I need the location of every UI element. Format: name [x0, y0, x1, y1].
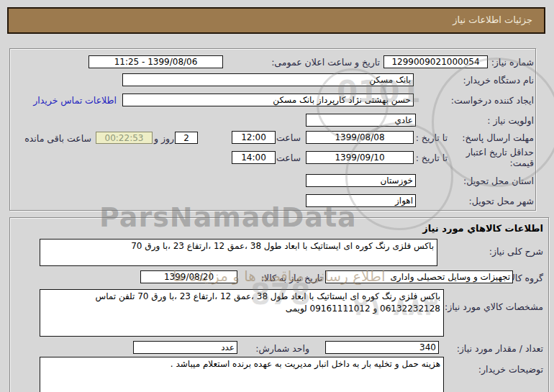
countdown-field: 00:22:53: [96, 132, 153, 144]
until-date-label-1: تا تاریخ :: [416, 132, 448, 143]
request-creator-field[interactable]: حسن بهشتی نژاد کارپرداز بانک مسکن: [122, 94, 414, 106]
hour-label-1: ساعت: [276, 132, 301, 143]
quantity-label: تعداد / مقدار مورد نیاز:: [457, 343, 543, 354]
need-number-label: شماره نیاز:: [491, 57, 534, 68]
goods-group-field[interactable]: تجهیزات و وسایل تحصیلی واداری: [325, 270, 513, 283]
hours-remaining-label: ساعت باقی مانده: [24, 133, 91, 144]
page-title: جزئیات اطلاعات نیاز: [453, 14, 532, 25]
price-validity-label-line2: قیمت:: [510, 158, 534, 168]
delivery-city-field[interactable]: اهواز: [306, 194, 416, 207]
response-deadline-label: مهلت ارسال پاسخ:: [462, 132, 534, 143]
buyer-notes-textarea[interactable]: هزینه حمل و تخلیه بار به داخل انبار مدیر…: [40, 357, 444, 392]
buyer-contact-link[interactable]: اطلاعات تماس خریدار: [33, 95, 117, 106]
price-validity-label-line1: حداقل تاریخ اعتبار: [466, 147, 534, 158]
need-details-panel: [9, 48, 536, 211]
delivery-province-field[interactable]: خوزستان: [306, 174, 416, 187]
buyer-name-label: نام دستگاه خریدار:: [463, 75, 534, 86]
unit-field[interactable]: عدد: [133, 341, 237, 354]
goods-specs-label: مشخصات کالاي مورد نیاز:: [445, 301, 543, 312]
goods-specs-textarea[interactable]: باکس فلزی رنگ کوره ای ایستاتیک با ابعاد …: [40, 289, 444, 337]
unit-label: واحد شمارش:: [255, 343, 309, 354]
request-creator-label: ایجاد کننده درخواست:: [451, 95, 534, 106]
page-title-bar: جزئیات اطلاعات نیاز: [7, 7, 545, 34]
until-date-label-2: تا تاریخ :: [416, 152, 448, 163]
goods-section-title: اطلاعات کالاهاي مورد نیاز: [422, 223, 543, 234]
announce-datetime-label: تاریخ و ساعت اعلان عمومی:: [271, 57, 380, 68]
buyer-notes-label: توضیحات خریدار:: [478, 364, 543, 375]
priority-field[interactable]: عادي: [306, 114, 416, 127]
price-validity-date-field[interactable]: 1399/09/10: [306, 151, 414, 164]
general-description-textarea[interactable]: باکس فلزی رنگ کوره ای ایستاتیک با ابعاد …: [40, 239, 437, 266]
hour-label-2: ساعت: [276, 152, 301, 163]
price-validity-time-field[interactable]: 14:00: [232, 151, 276, 164]
days-and-label: روز و: [154, 133, 174, 144]
days-remaining-field[interactable]: 2: [175, 132, 198, 144]
quantity-field[interactable]: 340: [325, 341, 439, 354]
general-description-label: شرح کلی نیاز:: [489, 246, 543, 257]
buyer-name-field[interactable]: بانک مسکن: [122, 73, 414, 86]
need-number-field[interactable]: 1299009021000054: [383, 55, 488, 68]
response-deadline-date-field[interactable]: 1399/08/08: [306, 131, 414, 144]
delivery-city-label: شهر محل تحویل:: [469, 196, 534, 206]
announce-datetime-field[interactable]: 11:25 - 1399/08/06: [88, 55, 223, 68]
priority-label: اولویت نیاز :: [487, 115, 534, 126]
goods-need-date-field[interactable]: 1399/08/20: [140, 270, 237, 283]
response-deadline-time-field[interactable]: 12:00: [232, 131, 276, 144]
goods-need-date-label: تاریخ نیاز به کالا:: [261, 273, 322, 283]
delivery-province-label: استان محل تحویل:: [463, 176, 534, 186]
